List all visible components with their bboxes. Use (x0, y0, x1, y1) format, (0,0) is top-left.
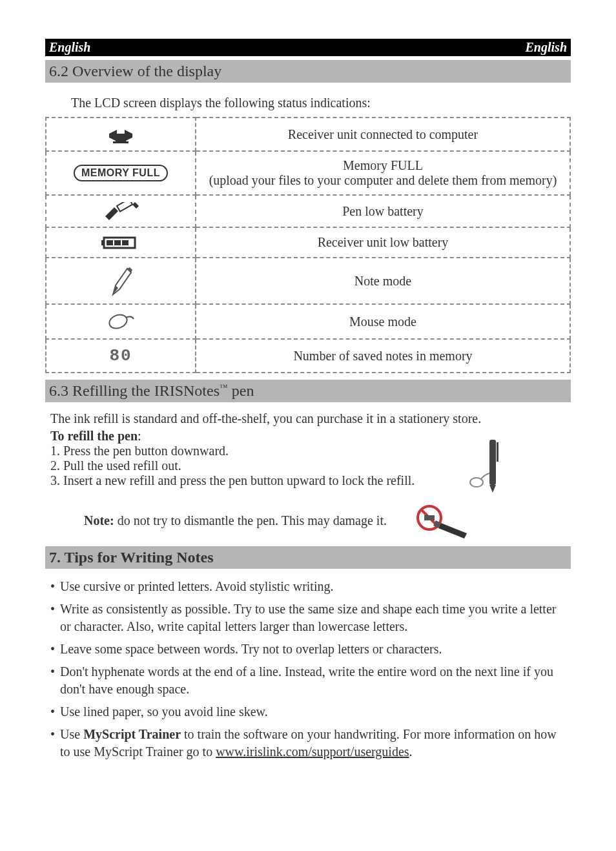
lang-right: English (526, 40, 567, 55)
receiver-connected-desc: Receiver unit connected to computer (196, 118, 570, 151)
language-bar: English English (45, 39, 571, 56)
table-row: Receiver unit connected to computer (46, 118, 570, 151)
list-item: •Use lined paper, so you avoid line skew… (50, 703, 566, 721)
svg-point-13 (107, 313, 128, 331)
section-heading-7: 7. Tips for Writing Notes (45, 546, 571, 569)
list-item: •Don't hyphenate words at the end of a l… (50, 663, 566, 698)
svg-marker-17 (489, 485, 496, 493)
lang-left: English (49, 40, 90, 55)
table-row: Pen low battery (46, 195, 570, 227)
saved-notes-count-icon: 80 (46, 339, 196, 373)
svg-rect-1 (113, 141, 128, 143)
svg-rect-7 (107, 240, 113, 245)
table-row: Note mode (46, 258, 570, 304)
table-row: MEMORY FULL Memory FULL (upload your fil… (46, 151, 570, 195)
mouse-mode-icon (46, 304, 196, 339)
note-mode-desc: Note mode (196, 258, 570, 304)
svg-marker-4 (132, 202, 139, 209)
memory-full-desc: Memory FULL (upload your files to your c… (196, 151, 570, 195)
receiver-low-battery-desc: Receiver unit low battery (196, 227, 570, 258)
userguides-link[interactable]: www.irislink.com/support/userguides (216, 744, 409, 759)
table-row: Receiver unit low battery (46, 227, 570, 258)
svg-rect-16 (497, 442, 498, 462)
table-row: Mouse mode (46, 304, 570, 339)
no-dismantle-icon (413, 501, 471, 540)
list-item: •Leave some space between words. Try not… (50, 641, 566, 658)
section-6-2-intro: The LCD screen displays the following st… (71, 96, 571, 110)
section-heading-6-3: 6.3 Refilling the IRISNotes™ pen (45, 380, 571, 402)
status-table: Receiver unit connected to computer MEMO… (45, 117, 571, 373)
mouse-mode-desc: Mouse mode (196, 304, 570, 339)
receiver-connected-icon (46, 118, 196, 151)
section-heading-6-2: 6.2 Overview of the display (45, 60, 571, 83)
refill-intro: The ink refill is standard and off-the-s… (50, 411, 566, 426)
list-item: •Write as consistently as possible. Try … (50, 600, 566, 635)
svg-rect-20 (424, 515, 435, 520)
pen-refill-illustration-icon (467, 437, 513, 495)
svg-rect-9 (122, 240, 128, 245)
pen-low-battery-desc: Pen low battery (196, 195, 570, 227)
svg-rect-15 (489, 440, 496, 485)
refill-note: Note: do not try to dismantle the pen. T… (84, 501, 566, 540)
note-mode-icon (46, 258, 196, 304)
list-item: •Use cursive or printed letters. Avoid s… (50, 578, 566, 595)
svg-marker-2 (105, 207, 118, 220)
svg-marker-21 (438, 523, 467, 538)
saved-notes-count-desc: Number of saved notes in memory (196, 339, 570, 373)
list-item: • Use MyScript Trainer to train the soft… (50, 726, 566, 761)
receiver-low-battery-icon (46, 227, 196, 258)
refill-label: To refill the pen (50, 429, 138, 443)
tips-list: •Use cursive or printed letters. Avoid s… (50, 578, 566, 761)
memory-full-icon: MEMORY FULL (46, 151, 196, 195)
svg-rect-6 (101, 240, 104, 245)
svg-rect-8 (114, 240, 121, 245)
pen-low-battery-icon (46, 195, 196, 227)
table-row: 80 Number of saved notes in memory (46, 339, 570, 373)
svg-rect-3 (117, 202, 132, 212)
